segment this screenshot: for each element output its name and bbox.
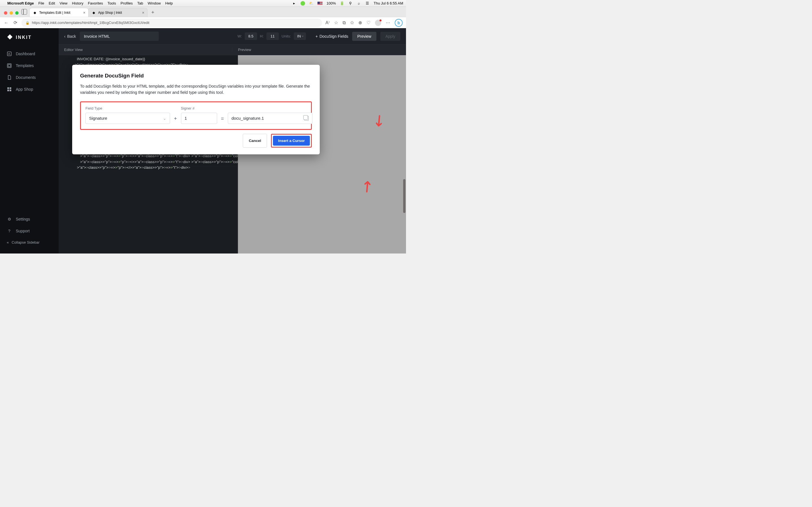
menu-view[interactable]: View xyxy=(59,1,67,5)
tab-actions-icon[interactable] xyxy=(21,9,27,15)
more-icon[interactable]: ⋯ xyxy=(386,20,390,25)
sidebar-item-label: Dashboard xyxy=(16,52,35,56)
split-icon[interactable]: ⧉ xyxy=(343,20,346,25)
menu-help[interactable]: Help xyxy=(165,1,173,5)
field-type-label: Field Type xyxy=(86,106,170,110)
sidebar-item-documents[interactable]: Documents xyxy=(0,71,59,83)
battery-icon[interactable]: 🔋 xyxy=(340,1,344,6)
maximize-window-icon[interactable] xyxy=(15,11,18,15)
close-tab-icon[interactable]: × xyxy=(142,10,144,15)
chevron-left-icon: ‹ xyxy=(64,34,66,39)
tray-icon-cloud[interactable]: ⛅ xyxy=(309,1,313,6)
modal-title: Generate DocuSign Field xyxy=(80,73,312,79)
docusign-fields-button[interactable]: + DocuSign Fields xyxy=(315,34,348,39)
logo[interactable]: INKIT xyxy=(0,34,59,48)
collections-icon[interactable]: ⊕ xyxy=(358,20,362,25)
read-aloud-icon[interactable]: A⁾ xyxy=(325,20,329,25)
docusign-label: DocuSign Fields xyxy=(319,34,348,39)
tray-icon-1[interactable]: ▸ xyxy=(292,1,297,6)
back-label: Back xyxy=(67,34,76,39)
refresh-button[interactable]: ⟳ xyxy=(12,20,18,25)
sidebar-item-support[interactable]: ? Support xyxy=(0,225,59,237)
menu-window[interactable]: Window xyxy=(148,1,161,5)
template-title-input[interactable]: Invoice HTML xyxy=(80,32,159,41)
menu-favorites[interactable]: Favorites xyxy=(88,1,103,5)
minimize-window-icon[interactable] xyxy=(10,11,13,15)
search-icon[interactable]: ⌕ xyxy=(357,1,361,6)
width-input[interactable]: 8.5 xyxy=(245,33,257,40)
tab-active[interactable]: ◆ Templates Edit | Inkit × xyxy=(29,8,89,17)
performance-icon[interactable]: ♡ xyxy=(366,20,370,25)
sidebar-item-label: Support xyxy=(16,229,30,233)
sidebar-item-label: Templates xyxy=(16,63,34,68)
copy-icon[interactable] xyxy=(304,116,309,121)
back-button[interactable]: ‹ Back xyxy=(64,34,76,39)
wifi-icon[interactable]: ⚲ xyxy=(348,1,353,6)
template-icon xyxy=(7,63,12,68)
collapse-label: Collapse Sidebar xyxy=(11,240,40,244)
menu-profiles[interactable]: Profiles xyxy=(121,1,133,5)
editor-topbar: ‹ Back Invoice HTML W: 8.5 H: 11 Units: … xyxy=(59,28,406,45)
docusign-modal: Generate DocuSign Field To add DocuSign … xyxy=(72,65,320,154)
units-label: Units: xyxy=(282,34,291,38)
sidebar-item-templates[interactable]: Templates xyxy=(0,60,59,71)
svg-rect-6 xyxy=(10,90,11,91)
svg-rect-2 xyxy=(8,64,10,67)
signer-input[interactable]: 1 xyxy=(181,113,217,124)
sidebar-item-dashboard[interactable]: Dashboard xyxy=(0,48,59,60)
height-input[interactable]: 11 xyxy=(266,33,279,40)
menu-tools[interactable]: Tools xyxy=(107,1,116,5)
flag-icon[interactable] xyxy=(317,2,322,5)
menu-tab[interactable]: Tab xyxy=(137,1,143,5)
favorite-icon[interactable]: ☆ xyxy=(334,20,338,25)
logo-text: INKIT xyxy=(16,35,32,40)
insert-cursor-button[interactable]: Insert a Cursor xyxy=(273,136,310,146)
units-select[interactable]: IN xyxy=(294,33,306,40)
profile-avatar[interactable] xyxy=(375,20,381,26)
sidebar-item-appshop[interactable]: App Shop xyxy=(0,83,59,95)
svg-rect-1 xyxy=(7,64,11,68)
field-type-value: Signature xyxy=(89,116,107,121)
modal-description: To add DocuSign fields to your HTML temp… xyxy=(80,83,312,96)
favorites-bar-icon[interactable]: ✩ xyxy=(350,20,354,25)
tray-icon-upwork[interactable] xyxy=(301,1,305,6)
result-output[interactable]: docu_signature.1 xyxy=(228,113,312,124)
svg-rect-5 xyxy=(7,90,9,91)
lock-icon: 🔒 xyxy=(26,21,30,25)
chevron-left-icon: « xyxy=(7,240,9,244)
preview-button[interactable]: Preview xyxy=(352,32,376,41)
svg-rect-4 xyxy=(10,87,11,89)
menu-edit[interactable]: Edit xyxy=(49,1,55,5)
gear-icon: ⚙ xyxy=(7,217,12,222)
field-type-select[interactable]: Signature xyxy=(86,113,170,124)
new-tab-button[interactable]: + xyxy=(149,8,157,16)
menu-history[interactable]: History xyxy=(72,1,83,5)
preview-view-label: Preview xyxy=(232,48,406,52)
menu-file[interactable]: File xyxy=(38,1,44,5)
annotation-highlight-button: Insert a Cursor xyxy=(271,134,312,148)
favicon-icon: ◆ xyxy=(91,10,96,15)
address-bar[interactable]: 🔒 https://app.inkit.com/templates/html/t… xyxy=(21,18,322,27)
height-label: H: xyxy=(260,34,264,38)
control-center-icon[interactable]: ☰ xyxy=(365,1,370,6)
bing-icon[interactable]: b xyxy=(395,19,403,27)
equals-operator: = xyxy=(221,116,224,124)
tab-inactive[interactable]: ◆ App Shop | Inkit × xyxy=(88,8,147,17)
browser-chrome: ◆ Templates Edit | Inkit × ◆ App Shop | … xyxy=(0,7,406,28)
window-controls[interactable] xyxy=(4,11,18,15)
collapse-sidebar-button[interactable]: « Collapse Sidebar xyxy=(0,237,59,248)
close-tab-icon[interactable]: × xyxy=(83,10,86,15)
chart-icon xyxy=(7,51,12,56)
apply-button[interactable]: Apply xyxy=(380,32,400,41)
sidebar-item-settings[interactable]: ⚙ Settings xyxy=(0,213,59,225)
close-window-icon[interactable] xyxy=(4,11,7,15)
cancel-button[interactable]: Cancel xyxy=(243,134,267,148)
back-button[interactable]: ← xyxy=(3,20,9,25)
clock[interactable]: Thu Jul 6 6:55 AM xyxy=(373,1,403,5)
app-name[interactable]: Microsoft Edge xyxy=(7,1,34,5)
sidebar-item-label: App Shop xyxy=(16,87,33,92)
annotation-highlight: Field Type Signature + Signer # 1 = docu… xyxy=(80,101,312,130)
signer-label: Signer # xyxy=(181,106,217,110)
tab-title: App Shop | Inkit xyxy=(98,11,122,15)
scrollbar[interactable] xyxy=(403,179,405,213)
